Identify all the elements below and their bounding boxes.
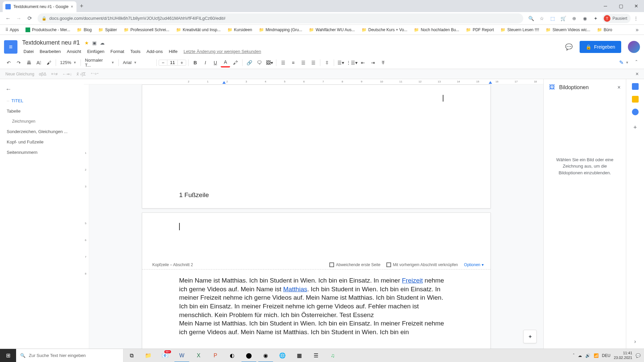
- eq-scripts-button[interactable]: ⁺⁻÷⁼: [91, 72, 99, 76]
- close-window-button[interactable]: ✕: [629, 0, 644, 12]
- font-size-decrease[interactable]: −: [159, 60, 167, 65]
- move-icon[interactable]: ▣: [92, 40, 97, 46]
- outline-item-tabelle[interactable]: Tabelle: [3, 106, 81, 116]
- word-icon[interactable]: W: [174, 349, 190, 362]
- bookmark-star-icon[interactable]: ☆: [537, 14, 547, 23]
- tray-language[interactable]: DEU: [602, 353, 610, 358]
- line-spacing-button[interactable]: ⇳: [322, 58, 332, 67]
- link-button[interactable]: 🔗: [245, 58, 254, 67]
- bookmark-folder[interactable]: 📁Später: [96, 25, 119, 34]
- tray-notifications-icon[interactable]: 💬: [636, 353, 641, 358]
- font-size-value[interactable]: 11: [167, 60, 178, 65]
- zoom-select[interactable]: 125%▼: [58, 58, 78, 67]
- bookmark-folder[interactable]: 📁Deutsche Kurs + Vo...: [359, 25, 410, 34]
- indent-marker-right[interactable]: [489, 81, 492, 84]
- get-addons-button[interactable]: +: [633, 124, 637, 131]
- bookmark-item[interactable]: Produktsuche - Mer...: [23, 25, 73, 34]
- eq-integrals-button[interactable]: x̄ √∫Σ: [76, 72, 86, 76]
- address-bar[interactable]: 🔒 docs.google.com/document/d/1hUH8k6h7Lb…: [38, 13, 523, 23]
- highlight-button[interactable]: 🖍: [231, 58, 240, 67]
- bookmark-folder[interactable]: 📁Steuern Lesen !!!!: [498, 25, 542, 34]
- docs-home-icon[interactable]: ≡: [4, 40, 17, 54]
- apps-shortcut[interactable]: ⠿ Apps: [3, 25, 21, 34]
- minimize-button[interactable]: ─: [598, 0, 613, 12]
- profile-button[interactable]: T Pausiert: [602, 14, 631, 23]
- align-center-button[interactable]: ≡: [288, 58, 298, 67]
- outline-item-titel[interactable]: —TITEL: [3, 96, 81, 106]
- powerpoint-icon[interactable]: P: [207, 349, 223, 362]
- outline-item-zeichnungen[interactable]: Zeichnungen: [3, 116, 81, 126]
- browser-tab[interactable]: Textdokument neu #1 - Google ×: [3, 1, 76, 12]
- new-equation-button[interactable]: Neue Gleichung: [5, 72, 34, 76]
- spotify-icon[interactable]: ♫: [325, 349, 341, 362]
- indent-increase-button[interactable]: ⇥: [368, 58, 378, 67]
- page-2[interactable]: Kopfzeile – Abschnitt 2 Abweichende erst…: [142, 213, 491, 349]
- underline-button[interactable]: U: [211, 58, 220, 67]
- bookmark-folder[interactable]: 📁Noch hochladen Bu...: [411, 25, 462, 34]
- outline-item-kopf-fusszeile[interactable]: Kopf- und Fußzeile: [3, 137, 81, 147]
- outline-item-seitennummern[interactable]: Seitennummern: [3, 147, 81, 158]
- menu-addons[interactable]: Add-ons: [144, 48, 165, 55]
- hide-side-panel-button[interactable]: ›: [634, 339, 636, 345]
- app-icon-2[interactable]: ▦: [291, 349, 307, 362]
- comments-icon[interactable]: 💬: [562, 40, 576, 54]
- italic-button[interactable]: I: [201, 58, 210, 67]
- bookmark-folder[interactable]: 📁Professionell Schrei...: [121, 25, 172, 34]
- explorer-icon[interactable]: 📁: [140, 349, 156, 362]
- edge-icon[interactable]: 🌐: [274, 349, 290, 362]
- numbered-list-button[interactable]: ☰▾: [336, 58, 345, 67]
- bold-button[interactable]: B: [191, 58, 200, 67]
- image-button[interactable]: 🖼▾: [265, 58, 274, 67]
- app-icon-3[interactable]: ☰: [308, 349, 324, 362]
- bookmark-folder[interactable]: 📁Kursideen: [225, 25, 255, 34]
- indent-decrease-button[interactable]: ⇤: [358, 58, 368, 67]
- editing-mode-button[interactable]: ✎▼: [616, 58, 632, 67]
- print-button[interactable]: 🖶: [24, 58, 34, 67]
- last-edit-link[interactable]: Letzte Änderung vor wenigen Sekunden: [181, 48, 264, 55]
- eq-greek-button[interactable]: αβΔ: [39, 72, 46, 76]
- new-tab-button[interactable]: +: [80, 3, 84, 10]
- indent-marker-left[interactable]: [222, 81, 226, 84]
- menu-einfuegen[interactable]: Einfügen: [85, 48, 107, 55]
- align-justify-button[interactable]: ☰: [309, 58, 318, 67]
- obs-icon[interactable]: ⬤: [241, 349, 257, 362]
- text-color-button[interactable]: A: [221, 58, 230, 67]
- bookmark-overflow[interactable]: »: [633, 27, 641, 33]
- font-size-increase[interactable]: +: [178, 60, 186, 65]
- extension-icon-2[interactable]: 🛒: [559, 14, 568, 23]
- close-side-panel[interactable]: ×: [618, 84, 621, 90]
- paint-format-button[interactable]: 🖌: [44, 58, 54, 67]
- menu-datei[interactable]: Datei: [21, 48, 36, 55]
- taskbar-search[interactable]: 🔍Zur Suche Text hier eingeben: [16, 349, 123, 362]
- extension-icon-1[interactable]: ⬚: [548, 14, 557, 23]
- header-options-dropdown[interactable]: Optionen▾: [464, 262, 484, 267]
- keep-addon-icon[interactable]: [632, 96, 639, 103]
- start-button[interactable]: ⊞: [0, 349, 16, 362]
- collapse-toolbar-button[interactable]: ˆ: [633, 58, 640, 67]
- back-button[interactable]: ←: [3, 13, 13, 24]
- spellcheck-button[interactable]: Aͤ: [34, 58, 44, 67]
- bookmark-folder[interactable]: 📁Kreativität und Insp...: [173, 25, 223, 34]
- share-button[interactable]: 🔒 Freigeben: [580, 41, 621, 53]
- explore-button[interactable]: ✦: [523, 330, 537, 343]
- chrome-icon[interactable]: ◉: [258, 349, 274, 362]
- align-right-button[interactable]: ☰: [299, 58, 308, 67]
- close-tab-icon[interactable]: ×: [71, 4, 73, 9]
- bookmark-folder[interactable]: 📁Blog: [74, 25, 94, 34]
- tray-volume-icon[interactable]: 🔊: [585, 353, 590, 358]
- tasks-addon-icon[interactable]: [632, 109, 639, 115]
- forward-button[interactable]: →: [13, 13, 24, 24]
- comment-button[interactable]: 🗨: [255, 58, 264, 67]
- bookmark-folder[interactable]: 📁Steuern Videos wic...: [543, 25, 593, 34]
- browser-menu-icon[interactable]: ⋮: [631, 14, 641, 23]
- font-select[interactable]: Arial▼: [121, 58, 154, 67]
- extension-icon-4[interactable]: ◉: [580, 14, 590, 23]
- excel-icon[interactable]: X: [191, 349, 207, 362]
- vertical-ruler[interactable]: 1 2 3 5 6 7 8: [84, 84, 89, 349]
- horizontal-ruler[interactable]: 2 1 2 3 4 5 6 7 8 9 10 11 12 13 14 15 16…: [84, 79, 543, 84]
- close-equation-bar[interactable]: ×: [636, 71, 639, 77]
- star-icon[interactable]: ★: [85, 40, 89, 46]
- bookmark-folder[interactable]: 📁Wahlfächer WU Aus...: [306, 25, 358, 34]
- bookmark-folder[interactable]: 📁PDF Report: [463, 25, 496, 34]
- page-1[interactable]: 1 Fußzeile: [142, 84, 491, 208]
